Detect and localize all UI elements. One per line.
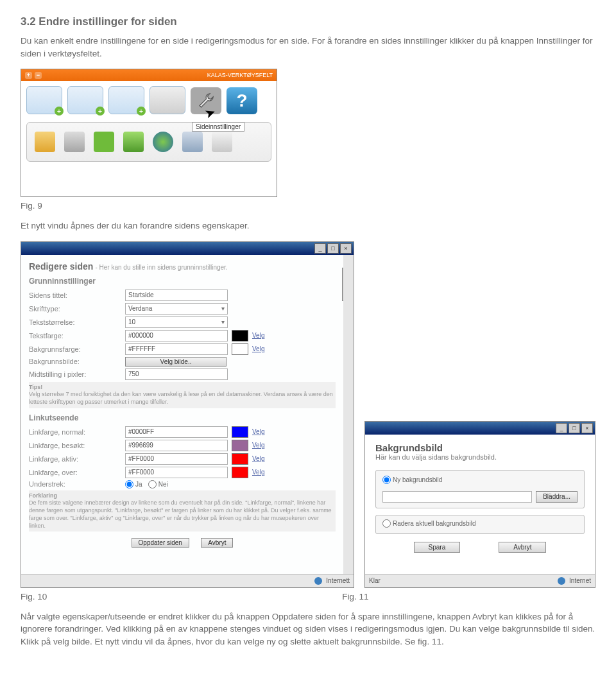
trash-icon[interactable] bbox=[64, 132, 85, 152]
settings-titlebar: _ □ × bbox=[21, 242, 354, 255]
link-velg-active[interactable]: Velg bbox=[252, 455, 264, 462]
label-link-active: Linkfarge, aktiv: bbox=[29, 455, 125, 463]
input-mid[interactable]: 750 bbox=[125, 368, 228, 380]
swatch-link-active bbox=[232, 453, 248, 465]
tip-box: Tips! Velg størrelse 7 med forsiktighet … bbox=[29, 382, 336, 408]
upload-icon[interactable] bbox=[123, 132, 144, 152]
radio-new-bg-label: Ny bakgrundsbild bbox=[393, 476, 442, 483]
radio-yes-label: Ja bbox=[135, 481, 142, 488]
select-font[interactable]: Verdana bbox=[125, 303, 228, 315]
settings-tooltip: Sideinnstillinger bbox=[192, 122, 244, 132]
bg-title: Bakgrundsbild bbox=[375, 442, 585, 453]
maximize-icon[interactable]: □ bbox=[327, 243, 339, 254]
radio-new-bg[interactable]: Ny bakgrundsbild bbox=[382, 476, 442, 484]
settings-button[interactable]: ➤ Sideinnstillinger bbox=[191, 87, 221, 114]
toolbar-title: KALAS-VERKTØYSFELT bbox=[207, 72, 273, 78]
radio-underline-no[interactable]: Nei bbox=[148, 480, 168, 488]
green-tile-icon[interactable] bbox=[94, 132, 114, 152]
input-link-active[interactable]: #FF0000 bbox=[125, 453, 228, 465]
label-textcolor: Tekstfarge: bbox=[29, 332, 125, 340]
label-bgcolor: Bakgrunnsfarge: bbox=[29, 345, 125, 353]
radio-underline-yes[interactable]: Ja bbox=[125, 480, 142, 488]
button-bg-cancel[interactable]: Avbryt bbox=[499, 542, 546, 553]
new-page-icon[interactable] bbox=[26, 86, 62, 114]
bg-status-left: Klar bbox=[369, 577, 554, 584]
label-bgimg: Bakgrunnsbilde: bbox=[29, 358, 125, 365]
bg-minimize-icon[interactable]: _ bbox=[556, 423, 567, 433]
fig11-caption: Fig. 11 bbox=[342, 592, 368, 601]
bg-desc: Här kan du välja sidans bakgrundsbild. bbox=[375, 453, 585, 461]
input-link-normal[interactable]: #0000FF bbox=[125, 426, 228, 438]
home-icon[interactable] bbox=[212, 132, 232, 152]
new-gallery-icon[interactable] bbox=[108, 86, 144, 114]
swatch-bgcolor bbox=[232, 343, 248, 355]
fig9-caption: Fig. 9 bbox=[21, 201, 595, 211]
close-icon[interactable]: × bbox=[340, 243, 352, 254]
button-browse[interactable]: Bläddra... bbox=[536, 491, 578, 503]
bg-statusbar: Klar Internet bbox=[365, 574, 595, 587]
radio-delete-bg[interactable]: Radera aktuell bakgrundsbild bbox=[382, 519, 476, 528]
label-mid: Midtstilling i pixler: bbox=[29, 370, 125, 378]
radio-delete-bg-label: Radera aktuell bakgrundsbild bbox=[393, 520, 476, 527]
button-choose-image[interactable]: Velg bilde.. bbox=[125, 357, 227, 367]
scrollbar-thumb[interactable] bbox=[342, 268, 354, 301]
label-site-title: Sidens tittel: bbox=[29, 291, 125, 299]
label-link-hover: Linkfarge, over: bbox=[29, 469, 125, 476]
bg-dialog-window: _ □ × Bakgrundsbild Här kan du välja sid… bbox=[364, 421, 595, 588]
forklaring-body: De fem siste valgene innebærer design av… bbox=[29, 499, 332, 528]
select-size[interactable]: 10 bbox=[125, 316, 228, 328]
input-link-visited[interactable]: #996699 bbox=[125, 440, 228, 451]
save-icon[interactable] bbox=[182, 132, 203, 152]
status-text-settings: Internett bbox=[326, 577, 350, 584]
settings-body: Redigere siden - Her kan du stille inn s… bbox=[21, 255, 354, 574]
input-textcolor[interactable]: #000000 bbox=[125, 330, 228, 342]
section-heading: 3.2 Endre instillinger for siden bbox=[21, 15, 595, 28]
help-button[interactable]: ? bbox=[227, 87, 257, 114]
input-bg-path[interactable] bbox=[382, 491, 532, 503]
intro-paragraph: Du kan enkelt endre instillingene for en… bbox=[21, 35, 595, 60]
button-cancel[interactable]: Avbryt bbox=[201, 538, 233, 548]
globe-status-icon bbox=[314, 577, 322, 585]
minimize-icon[interactable]: _ bbox=[314, 243, 326, 254]
settings-subtitle: - Her kan du stille inn sidens grunninns… bbox=[95, 264, 227, 271]
swatch-link-normal bbox=[232, 426, 248, 438]
link-velg-textcolor[interactable]: Velg bbox=[252, 332, 264, 339]
forklaring-head: Forklaring bbox=[29, 492, 57, 499]
bg-close-icon[interactable]: × bbox=[581, 423, 593, 433]
forklaring-box: Forklaring De fem siste valgene innebære… bbox=[29, 490, 336, 532]
swatch-link-visited bbox=[232, 440, 248, 451]
bg-titlebar: _ □ × bbox=[365, 422, 595, 435]
closing-paragraph: Når valgte egenskaper/utseende er endret… bbox=[21, 610, 595, 648]
button-save[interactable]: Spara bbox=[414, 542, 461, 553]
input-bgcolor[interactable]: #FFFFFF bbox=[125, 343, 228, 355]
globe-icon[interactable] bbox=[153, 132, 173, 152]
button-update-page[interactable]: Oppdater siden bbox=[132, 538, 189, 548]
fig10-caption: Fig. 10 bbox=[21, 592, 47, 601]
expand-icon: + bbox=[25, 72, 32, 79]
settings-statusbar: Internett bbox=[21, 574, 354, 587]
list-icon[interactable] bbox=[150, 86, 185, 114]
input-site-title[interactable]: Startside bbox=[125, 290, 228, 301]
link-velg-visited[interactable]: Velg bbox=[252, 442, 264, 449]
settings-title: Redigere siden bbox=[29, 261, 93, 272]
label-font: Skrifttype: bbox=[29, 305, 125, 313]
group-new-bg: Ny bakgrundsbild Bläddra... bbox=[375, 470, 585, 508]
link-velg-normal[interactable]: Velg bbox=[252, 428, 264, 435]
group-delete-bg: Radera aktuell bakgrundsbild bbox=[375, 515, 585, 534]
link-heading: Linkutseende bbox=[29, 413, 336, 422]
link-velg-hover[interactable]: Velg bbox=[252, 469, 264, 476]
edit-icon[interactable] bbox=[35, 132, 55, 152]
swatch-textcolor bbox=[232, 330, 248, 342]
input-link-hover[interactable]: #FF0000 bbox=[125, 467, 228, 478]
settings-window: _ □ × Redigere siden - Her kan du stille… bbox=[21, 241, 354, 588]
bg-maximize-icon[interactable]: □ bbox=[569, 423, 580, 433]
swatch-link-hover bbox=[232, 467, 248, 478]
bg-globe-icon bbox=[558, 577, 565, 585]
tip-body: Velg størrelse 7 med forsiktighet da den… bbox=[29, 391, 333, 405]
link-velg-bgcolor[interactable]: Velg bbox=[252, 345, 264, 352]
collapse-icon: − bbox=[35, 72, 42, 79]
expand-collapse-icons: + − bbox=[25, 72, 42, 79]
new-image-icon[interactable] bbox=[67, 86, 103, 114]
basic-heading: Grunninnstillinger bbox=[29, 277, 336, 286]
bg-status-right: Internet bbox=[569, 577, 591, 584]
